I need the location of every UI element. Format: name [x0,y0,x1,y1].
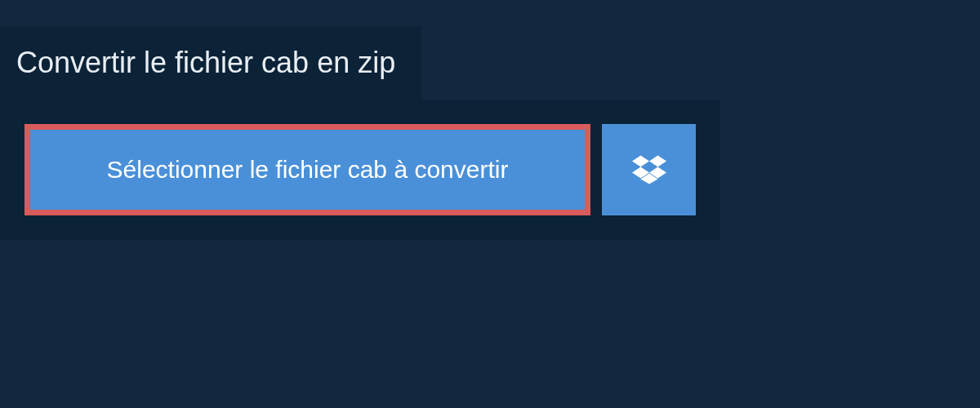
dropbox-button[interactable] [602,124,696,215]
converter-panel: Sélectionner le fichier cab à convertir [0,100,720,240]
page-title: Convertir le fichier cab en zip [16,46,395,80]
select-file-label: Sélectionner le fichier cab à convertir [107,156,509,184]
dropbox-icon [632,153,666,187]
select-file-button[interactable]: Sélectionner le fichier cab à convertir [24,124,590,215]
header-tab: Convertir le fichier cab en zip [0,26,421,100]
